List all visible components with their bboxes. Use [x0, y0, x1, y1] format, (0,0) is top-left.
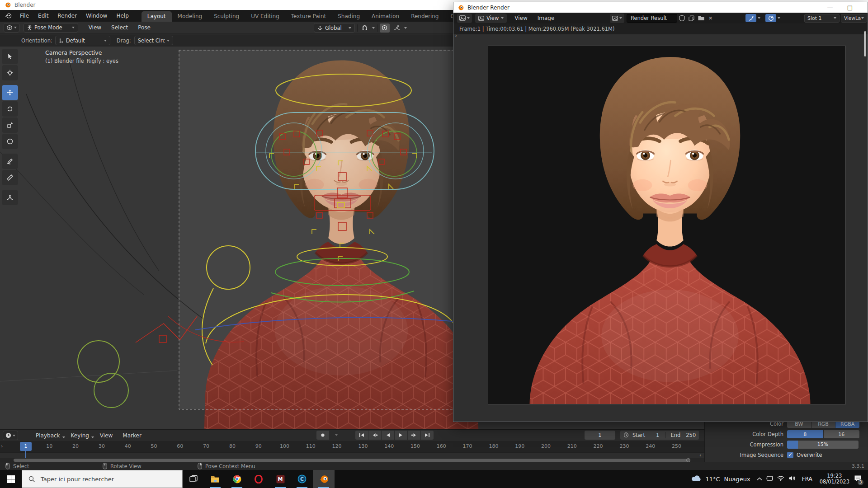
viewport-menu-pose[interactable]: Pose: [133, 24, 156, 31]
menu-window[interactable]: Window: [81, 10, 112, 22]
tab-shading[interactable]: Shading: [332, 11, 366, 22]
tab-rendering[interactable]: Rendering: [405, 11, 444, 22]
c-app-button[interactable]: C: [291, 470, 313, 488]
render-menu-view[interactable]: View: [509, 15, 532, 21]
prev-keyframe-button[interactable]: [368, 431, 381, 440]
rotate-tool-button[interactable]: [2, 101, 18, 117]
cursor-tool-button[interactable]: [2, 65, 18, 80]
tab-layout[interactable]: Layout: [142, 11, 172, 22]
transform-tool-button[interactable]: [2, 134, 18, 149]
timeline-menu-keying[interactable]: Keying: [66, 432, 94, 439]
unlink-icon[interactable]: ✕: [706, 14, 715, 23]
color-bw-button[interactable]: BW: [787, 422, 811, 428]
proportional-edit-button[interactable]: [380, 23, 390, 33]
editor-type-button[interactable]: [4, 23, 19, 33]
color-rgba-button[interactable]: RGBA: [835, 422, 859, 428]
playhead[interactable]: [25, 450, 26, 458]
timeline-menu-view[interactable]: View: [95, 432, 118, 439]
notification-center-button[interactable]: 3: [854, 475, 862, 483]
wifi-icon[interactable]: [777, 476, 784, 483]
play-button[interactable]: [395, 431, 407, 440]
volume-icon[interactable]: [788, 475, 795, 483]
view-layer-dropdown[interactable]: ViewLayer: [841, 14, 867, 23]
snap-dropdown[interactable]: [372, 27, 375, 29]
jump-start-button[interactable]: [355, 431, 368, 440]
menu-help[interactable]: Help: [112, 10, 133, 22]
render-result-image[interactable]: [488, 46, 846, 404]
cast-screen-icon[interactable]: [766, 475, 773, 483]
timeline-editor-type-button[interactable]: [3, 431, 18, 440]
region-expand-arrow[interactable]: ›: [455, 32, 457, 39]
viewport-menu-view[interactable]: View: [84, 24, 106, 31]
overlays-dropdown[interactable]: [778, 17, 780, 19]
overwrite-checkbox[interactable]: ✓: [787, 452, 793, 458]
gizmos-toggle-button[interactable]: [745, 14, 756, 22]
render-window-title-bar[interactable]: Blender Render — □ ✕: [453, 2, 868, 13]
tab-animation[interactable]: Animation: [366, 11, 405, 22]
open-folder-icon[interactable]: [696, 14, 706, 23]
tray-chevron-up-icon[interactable]: [757, 476, 762, 482]
search-input[interactable]: Taper ici pour rechercher: [22, 470, 183, 488]
new-image-icon[interactable]: [687, 14, 696, 23]
record-button[interactable]: [316, 431, 329, 440]
start-button[interactable]: [0, 470, 22, 488]
next-keyframe-button[interactable]: [408, 431, 420, 440]
timeline-ruler[interactable]: 1 10203040506070809010011012013014015016…: [0, 441, 704, 452]
weather-cloud-icon[interactable]: [691, 475, 701, 483]
current-frame-marker[interactable]: 1: [20, 442, 32, 451]
end-value[interactable]: 250: [686, 432, 696, 438]
falloff-dropdown[interactable]: [404, 27, 407, 29]
timeline-menu-marker[interactable]: Marker: [118, 432, 146, 439]
viewport-menu-select[interactable]: Select: [106, 24, 133, 31]
image-browse-button[interactable]: [610, 14, 624, 23]
render-scrollbar[interactable]: [864, 31, 866, 56]
menu-render[interactable]: Render: [53, 10, 81, 22]
tab-uv-editing[interactable]: UV Editing: [245, 11, 285, 22]
tab-modeling[interactable]: Modeling: [172, 11, 208, 22]
tray-language[interactable]: FRA: [802, 476, 812, 482]
proportional-falloff-button[interactable]: [392, 23, 402, 33]
overlays-toggle-button[interactable]: [765, 14, 776, 22]
color-rgb-button[interactable]: RGB: [811, 422, 835, 428]
maya-button[interactable]: M: [269, 470, 291, 488]
timeline-expand-arrow[interactable]: ›: [1, 443, 3, 449]
fake-user-shield-icon[interactable]: [677, 14, 687, 23]
file-explorer-button[interactable]: [204, 470, 226, 488]
blender-taskbar-button[interactable]: [313, 470, 335, 488]
tray-clock[interactable]: 19:23 08/01/2023: [820, 473, 849, 485]
measure-tool-button[interactable]: [2, 170, 18, 185]
scale-tool-button[interactable]: [2, 117, 18, 133]
menu-edit[interactable]: Edit: [33, 10, 53, 22]
color-depth-16-button[interactable]: 16: [824, 430, 860, 438]
annotate-tool-button[interactable]: [2, 154, 18, 169]
transform-orientation-dropdown[interactable]: Global: [314, 23, 355, 33]
drag-dropdown[interactable]: Select Circl: [134, 36, 173, 45]
tray-temperature[interactable]: 11°C: [705, 476, 720, 483]
panel-collapse-arrow[interactable]: ‹: [699, 452, 701, 458]
timeline-channels[interactable]: [0, 452, 704, 458]
opera-button[interactable]: [248, 470, 269, 488]
gizmos-dropdown[interactable]: [758, 17, 760, 19]
select-box-tool-button[interactable]: [2, 49, 18, 64]
display-mode-dropdown[interactable]: View: [475, 14, 507, 23]
pose-breakdowner-tool-button[interactable]: [2, 190, 18, 205]
start-value[interactable]: 1: [656, 432, 659, 438]
image-editor-type-button[interactable]: [457, 14, 472, 23]
color-depth-8-button[interactable]: 8: [787, 430, 823, 438]
snap-toggle-button[interactable]: [360, 23, 370, 33]
blender-menu-logo-icon[interactable]: [5, 13, 12, 19]
tray-weather[interactable]: Nuageux: [724, 476, 750, 483]
compression-slider[interactable]: 15%: [787, 441, 859, 449]
mode-dropdown[interactable]: Pose Mode: [24, 23, 78, 33]
minimize-button[interactable]: —: [820, 2, 840, 13]
jump-end-button[interactable]: [421, 431, 434, 440]
maximize-button[interactable]: □: [840, 2, 860, 13]
slot-dropdown[interactable]: Slot 1: [804, 14, 840, 23]
move-tool-button[interactable]: [2, 85, 18, 100]
current-frame-field[interactable]: 1: [585, 431, 615, 440]
task-view-button[interactable]: [183, 470, 204, 488]
menu-file[interactable]: File: [15, 10, 33, 22]
orientation-default-dropdown[interactable]: Default: [55, 36, 110, 45]
tab-sculpting[interactable]: Sculpting: [208, 11, 245, 22]
timeline-menu-playback[interactable]: Playback: [31, 432, 65, 439]
